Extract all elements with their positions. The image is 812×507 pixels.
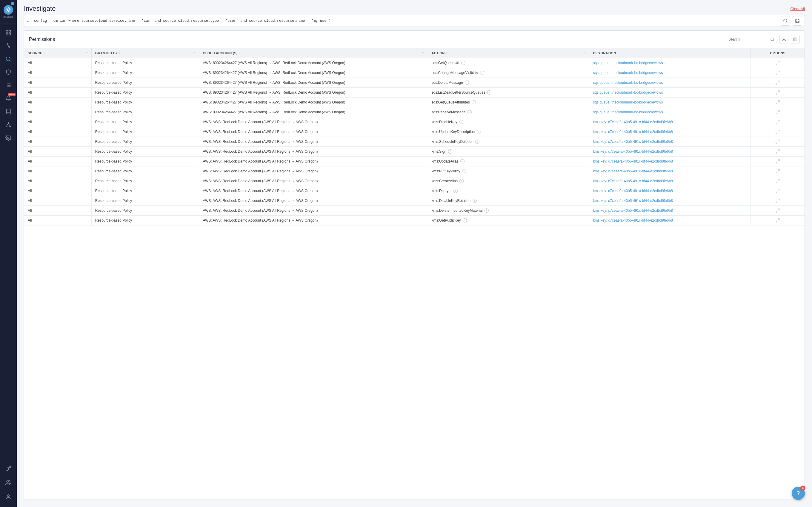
col-granted-by[interactable]: GRANTED BY ↕ ≡: [91, 48, 199, 58]
table-row: All Resource-based Policy AWS: AWS: RedL…: [24, 206, 805, 216]
sidebar-item-search[interactable]: [0, 53, 17, 66]
action-info-icon[interactable]: i: [477, 130, 481, 134]
svg-line-55: [778, 189, 779, 190]
action-info-icon[interactable]: i: [462, 169, 466, 173]
svg-line-46: [776, 142, 777, 144]
cell-options-5: [751, 107, 805, 117]
sidebar-item-alerts[interactable]: 9999+: [0, 92, 17, 105]
cell-dest-0[interactable]: sqs queue: thecloudmark-bc-bridgecrewcws: [589, 58, 751, 68]
cell-dest-13[interactable]: kms key: c7ceaefa-40b5-491c-bf44-e2cdbd9…: [589, 186, 751, 196]
clear-all-button[interactable]: Clear All: [791, 7, 805, 11]
download-button[interactable]: [779, 35, 789, 44]
action-info-icon[interactable]: i: [465, 80, 469, 85]
expand-icon[interactable]: [754, 159, 801, 164]
sidebar-item-dashboard[interactable]: [0, 26, 17, 39]
svg-line-54: [776, 181, 777, 183]
expand-icon[interactable]: [754, 188, 801, 193]
expand-icon[interactable]: [754, 198, 801, 203]
cell-dest-12[interactable]: kms key: c7ceaefa-40b5-491c-bf44-e2cdbd9…: [589, 176, 751, 186]
bell-icon: [5, 96, 11, 101]
cell-dest-6[interactable]: kms key: c7ceaefa-40b5-491c-bf44-e2cdbd9…: [589, 117, 751, 127]
query-save-button[interactable]: [793, 16, 802, 25]
cell-dest-5[interactable]: sqs queue: thecloudmark-bc-bridgecrewcws: [589, 107, 751, 117]
expand-icon[interactable]: [754, 169, 801, 174]
cell-dest-14[interactable]: kms key: c7ceaefa-40b5-491c-bf44-e2cdbd9…: [589, 196, 751, 206]
help-button[interactable]: 9 ?: [792, 487, 805, 500]
cell-dest-10[interactable]: kms key: c7ceaefa-40b5-491c-bf44-e2cdbd9…: [589, 157, 751, 166]
sidebar-item-compliance[interactable]: [0, 79, 17, 92]
action-info-icon[interactable]: i: [472, 100, 476, 104]
expand-icon[interactable]: [754, 129, 801, 134]
sidebar-item-key[interactable]: [5, 462, 11, 475]
cell-cloud-11: AWS: AWS: RedLock Demo Account (AWS All …: [199, 166, 428, 176]
action-info-icon[interactable]: i: [460, 159, 464, 163]
sidebar-item-activity[interactable]: [0, 39, 17, 53]
cell-dest-8[interactable]: kms key: c7ceaefa-40b5-491c-bf44-e2cdbd9…: [589, 137, 751, 147]
sidebar-item-reports[interactable]: [0, 105, 17, 118]
col-menu-source[interactable]: ≡: [86, 51, 88, 55]
svg-rect-2: [9, 31, 11, 33]
col-destination[interactable]: DESTINATION ↕: [589, 48, 751, 58]
action-info-icon[interactable]: i: [448, 150, 452, 154]
action-info-icon[interactable]: i: [475, 139, 479, 144]
columns-button[interactable]: [791, 35, 800, 44]
sort-dest-icon: ↕: [617, 52, 618, 55]
expand-icon[interactable]: [754, 61, 801, 65]
action-info-icon[interactable]: i: [461, 61, 465, 65]
svg-line-61: [778, 219, 779, 220]
svg-line-22: [786, 22, 787, 23]
permissions-search-box[interactable]: [726, 36, 777, 43]
cell-dest-16[interactable]: kms key: c7ceaefa-40b5-491c-bf44-e2cdbd9…: [589, 216, 751, 225]
save-icon: [795, 18, 800, 23]
table-row: All Resource-based Policy AWS: 890234264…: [24, 98, 805, 107]
cell-dest-9[interactable]: kms key: c7ceaefa-40b5-491c-bf44-e2cdbd9…: [589, 147, 751, 157]
col-menu-cloud[interactable]: ≡: [422, 51, 424, 55]
cell-dest-3[interactable]: sqs queue: thecloudmark-bc-bridgecrewcws: [589, 88, 751, 98]
cell-dest-15[interactable]: kms key: c7ceaefa-40b5-491c-bf44-e2cdbd9…: [589, 206, 751, 216]
search-input-icon: [770, 37, 774, 42]
expand-icon[interactable]: [754, 110, 801, 115]
cell-dest-7[interactable]: kms key: c7ceaefa-40b5-491c-bf44-e2cdbd9…: [589, 127, 751, 137]
cell-cloud-5: AWS: 890234264427 (AWS All Regions) → AW…: [199, 107, 428, 117]
col-action[interactable]: ACTION ↕ ≡: [428, 48, 589, 58]
action-info-icon[interactable]: i: [467, 110, 472, 114]
sidebar-item-user-profile[interactable]: [5, 490, 11, 503]
col-menu-action[interactable]: ≡: [583, 51, 586, 55]
cell-dest-1[interactable]: sqs queue: thecloudmark-bc-bridgecrewcws: [589, 68, 751, 78]
action-info-icon[interactable]: i: [453, 189, 458, 193]
expand-icon[interactable]: [754, 179, 801, 183]
expand-icon[interactable]: [754, 70, 801, 75]
action-info-icon[interactable]: i: [463, 218, 467, 223]
cell-dest-11[interactable]: kms key: c7ceaefa-40b5-491c-bf44-e2cdbd9…: [589, 166, 751, 176]
cell-options-14: [751, 196, 805, 206]
expand-icon[interactable]: [754, 100, 801, 105]
expand-icon[interactable]: [754, 90, 801, 95]
col-source[interactable]: SOURCE ↕ ≡: [24, 48, 91, 58]
expand-icon[interactable]: [754, 218, 801, 223]
cell-cloud-10: AWS: AWS: RedLock Demo Account (AWS All …: [199, 157, 428, 166]
cell-options-13: [751, 186, 805, 196]
action-info-icon[interactable]: i: [459, 120, 463, 124]
cell-dest-4[interactable]: sqs queue: thecloudmark-bc-bridgecrewcws: [589, 98, 751, 107]
action-info-icon[interactable]: i: [485, 209, 489, 213]
action-info-icon[interactable]: i: [459, 179, 464, 183]
sidebar-item-settings[interactable]: [0, 131, 17, 144]
sidebar-item-network[interactable]: [0, 118, 17, 131]
cell-dest-2[interactable]: sqs queue: thecloudmark-bc-bridgecrewcws: [589, 78, 751, 88]
expand-icon[interactable]: [754, 149, 801, 154]
table-row: All Resource-based Policy AWS: AWS: RedL…: [24, 196, 805, 206]
action-info-icon[interactable]: i: [487, 90, 491, 95]
cell-action-4: sqs:GetQueueAttributes i: [428, 98, 589, 107]
action-info-icon[interactable]: i: [480, 71, 484, 75]
permissions-search-input[interactable]: [728, 37, 770, 42]
sidebar-item-shield[interactable]: [0, 66, 17, 79]
sidebar-item-cloud-accounts[interactable]: [5, 476, 11, 489]
col-cloud-accounts[interactable]: CLOUD ACCOUNT(S) ↕ ≡: [199, 48, 428, 58]
action-info-icon[interactable]: i: [472, 199, 477, 203]
expand-icon[interactable]: [754, 208, 801, 213]
query-search-button[interactable]: [781, 16, 790, 25]
col-menu-granted[interactable]: ≡: [194, 51, 196, 55]
expand-icon[interactable]: [754, 139, 801, 144]
expand-icon[interactable]: [754, 80, 801, 85]
expand-icon[interactable]: [754, 120, 801, 124]
